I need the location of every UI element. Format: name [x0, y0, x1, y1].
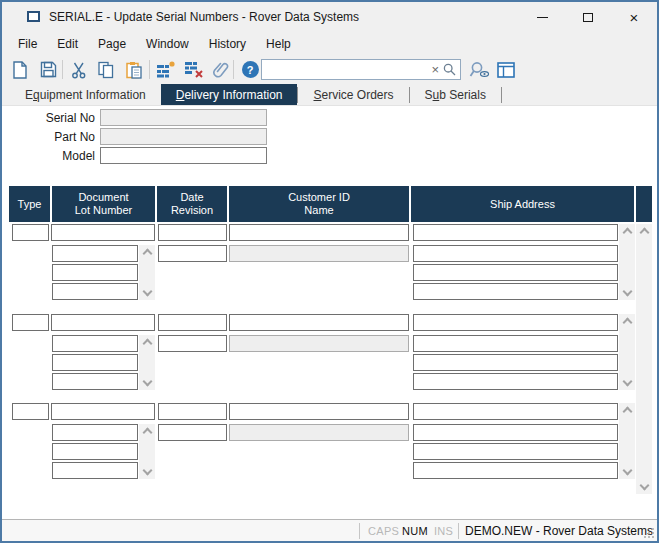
search-icon[interactable]	[443, 63, 460, 76]
scroll-down-icon[interactable]	[639, 481, 649, 491]
menubar: File Edit Page Window History Help	[2, 32, 657, 56]
ship-address-input[interactable]	[413, 462, 618, 479]
new-document-button[interactable]	[8, 58, 32, 81]
type-input[interactable]	[12, 224, 49, 241]
delete-rows-button[interactable]	[182, 58, 206, 81]
search-input[interactable]	[262, 61, 427, 78]
tab-sub-serials[interactable]: Sub Serials	[410, 84, 501, 105]
table-scrollbar[interactable]	[636, 224, 652, 494]
cut-icon	[70, 61, 88, 79]
model-field[interactable]	[100, 147, 267, 164]
lot-number-input[interactable]	[52, 264, 138, 281]
copy-button[interactable]	[94, 58, 118, 81]
revision-input[interactable]	[158, 245, 227, 262]
statusbar-separator	[359, 523, 360, 539]
ship-address-input[interactable]	[413, 245, 618, 262]
customer-id-input[interactable]	[229, 403, 409, 420]
save-button[interactable]	[36, 58, 60, 81]
lot-number-input[interactable]	[52, 335, 138, 352]
insert-rows-button[interactable]	[154, 58, 178, 81]
menu-history[interactable]: History	[199, 33, 256, 55]
lot-number-input[interactable]	[52, 373, 138, 390]
lot-number-input[interactable]	[52, 245, 138, 262]
ship-address-input[interactable]	[413, 424, 618, 441]
type-input[interactable]	[12, 314, 49, 331]
scroll-down-icon[interactable]	[142, 287, 152, 297]
customer-id-input[interactable]	[229, 224, 409, 241]
search-clear-icon[interactable]: ×	[427, 62, 443, 77]
tab-separator	[501, 87, 502, 103]
serial-no-field	[100, 109, 267, 126]
lot-number-scrollbar[interactable]	[139, 335, 155, 390]
date-input[interactable]	[158, 403, 227, 420]
ship-address-input[interactable]	[413, 224, 618, 241]
menu-window[interactable]: Window	[136, 33, 199, 55]
minimize-icon	[537, 17, 548, 18]
scroll-down-icon[interactable]	[622, 287, 632, 297]
scroll-up-icon[interactable]	[622, 318, 632, 328]
ship-address-scrollbar[interactable]	[619, 224, 635, 300]
help-button[interactable]: ?	[238, 58, 262, 81]
attachment-button[interactable]	[209, 58, 233, 81]
scroll-up-icon[interactable]	[639, 228, 649, 238]
scroll-up-icon[interactable]	[622, 228, 632, 238]
lot-number-input[interactable]	[52, 354, 138, 371]
minimize-button[interactable]	[519, 2, 565, 32]
caps-indicator: CAPS	[368, 525, 399, 537]
ship-address-input[interactable]	[413, 354, 618, 371]
customer-id-input[interactable]	[229, 314, 409, 331]
ship-address-input[interactable]	[413, 335, 618, 352]
lot-number-scrollbar[interactable]	[139, 245, 155, 300]
date-input[interactable]	[158, 224, 227, 241]
maximize-button[interactable]	[565, 2, 611, 32]
ship-address-input[interactable]	[413, 373, 618, 390]
ship-address-input[interactable]	[413, 283, 618, 300]
document-input[interactable]	[51, 224, 155, 241]
lot-number-input[interactable]	[52, 424, 138, 441]
titlebar: SERIAL.E - Update Serial Numbers - Rover…	[2, 2, 657, 32]
resize-grip-icon[interactable]	[643, 527, 655, 539]
lookup-button[interactable]	[467, 58, 491, 81]
paste-button[interactable]	[122, 58, 146, 81]
lot-number-input[interactable]	[52, 443, 138, 460]
scroll-down-icon[interactable]	[142, 377, 152, 387]
ship-address-input[interactable]	[413, 403, 618, 420]
revision-input[interactable]	[158, 424, 227, 441]
close-button[interactable]: ×	[611, 2, 657, 32]
menu-page[interactable]: Page	[88, 33, 136, 55]
scroll-down-icon[interactable]	[622, 466, 632, 476]
ship-address-input[interactable]	[413, 443, 618, 460]
document-input[interactable]	[51, 314, 155, 331]
model-label: Model	[7, 149, 95, 163]
ship-address-input[interactable]	[413, 314, 618, 331]
revision-input[interactable]	[158, 335, 227, 352]
document-input[interactable]	[51, 403, 155, 420]
toolbar-search: ×	[261, 59, 461, 80]
tab-equipment-information[interactable]: Equipment Information	[10, 84, 161, 105]
lot-number-input[interactable]	[52, 462, 138, 479]
scroll-down-icon[interactable]	[142, 466, 152, 476]
ship-address-scrollbar[interactable]	[619, 314, 635, 390]
ship-address-input[interactable]	[413, 264, 618, 281]
tab-service-orders[interactable]: Service Orders	[298, 84, 408, 105]
scroll-up-icon[interactable]	[142, 249, 152, 259]
type-input[interactable]	[12, 403, 49, 420]
ship-address-scrollbar[interactable]	[619, 403, 635, 479]
menu-edit[interactable]: Edit	[47, 33, 88, 55]
table-group	[2, 224, 657, 301]
cut-button[interactable]	[67, 58, 91, 81]
menu-help[interactable]: Help	[256, 33, 301, 55]
col-header-ship-address: Ship Address	[411, 186, 634, 222]
table-view-icon	[497, 62, 515, 78]
table-view-button[interactable]	[494, 58, 518, 81]
date-input[interactable]	[158, 314, 227, 331]
lot-number-input[interactable]	[52, 283, 138, 300]
scroll-up-icon[interactable]	[142, 339, 152, 349]
tab-delivery-information[interactable]: Delivery Information	[161, 84, 298, 105]
col-header-spacer	[636, 186, 652, 222]
menu-file[interactable]: File	[8, 33, 47, 55]
scroll-up-icon[interactable]	[142, 428, 152, 438]
lot-number-scrollbar[interactable]	[139, 424, 155, 479]
scroll-up-icon[interactable]	[622, 407, 632, 417]
scroll-down-icon[interactable]	[622, 377, 632, 387]
